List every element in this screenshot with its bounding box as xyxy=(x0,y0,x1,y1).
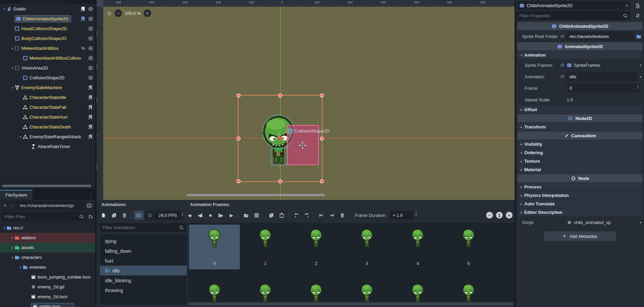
nav-forward-icon[interactable]: › xyxy=(9,202,16,209)
frame-cell-row2-5[interactable] xyxy=(443,280,494,302)
value-spinner[interactable]: ▴▾ xyxy=(415,213,417,218)
split-view-icon[interactable] xyxy=(85,201,93,209)
frame-cell-row2-4[interactable] xyxy=(392,280,443,302)
collapse-icon[interactable]: ▾ xyxy=(18,135,23,139)
play-backwards-from-end-button[interactable]: ◀ xyxy=(195,211,205,220)
property-value[interactable]: 0▴▾ xyxy=(567,84,643,93)
eye-icon[interactable] xyxy=(88,75,93,80)
section-editor-description[interactable]: ▸Editor Description xyxy=(518,208,642,216)
zoom-in-button[interactable]: + xyxy=(506,212,513,219)
property-value-box[interactable]: idle xyxy=(567,72,638,81)
dock-menu-icon[interactable]: ⋮ xyxy=(88,192,93,197)
expand-icon[interactable]: ▸ xyxy=(10,246,15,249)
collapse-icon[interactable]: ▾ xyxy=(18,266,23,269)
scene-tree-item-characterstatedeath[interactable]: CharacterStateDeath xyxy=(0,122,95,132)
animation-item-idle_blinking[interactable]: idle_blinking xyxy=(100,275,187,285)
frame-cell-row2-2[interactable] xyxy=(291,280,341,302)
animation-item-idle[interactable]: idle xyxy=(100,266,187,275)
eye-icon[interactable] xyxy=(88,6,93,12)
play-from-start-button[interactable]: ▶ xyxy=(216,211,226,220)
scene-tree-item-meleeattackhitbox[interactable]: ▾MeleeAttackHitBox% xyxy=(0,43,95,53)
zoom-in-button[interactable]: + xyxy=(144,9,151,17)
script-gray-icon[interactable] xyxy=(88,95,93,100)
insert-frame-before-button[interactable] xyxy=(291,211,301,220)
collapse-icon[interactable]: ▾ xyxy=(2,7,6,11)
property-value[interactable]: ⚙chibi_animated_sp▾ xyxy=(567,220,643,225)
selection-handle[interactable] xyxy=(236,179,241,183)
filter-files-input[interactable]: Filter Files xyxy=(2,212,87,221)
section-texture[interactable]: ▸Texture xyxy=(518,157,642,165)
value-spinner[interactable]: ▴▾ xyxy=(182,213,183,218)
folder-button[interactable] xyxy=(636,34,641,39)
sort-icon[interactable] xyxy=(88,214,93,219)
frames-hscrollbar-handle[interactable] xyxy=(189,303,513,305)
scene-filter-input-partial[interactable] xyxy=(22,1,65,3)
script-gray-icon[interactable] xyxy=(88,85,93,90)
section-visibility[interactable]: ▸Visibility xyxy=(518,140,642,148)
fps-field[interactable]: 24.0 FPS xyxy=(155,211,180,220)
load-frames-button[interactable] xyxy=(241,211,251,220)
filesystem-item-assets[interactable]: ▸assets xyxy=(0,243,95,252)
section-material[interactable]: ▸Material xyxy=(518,166,642,173)
zoom-reset-button[interactable]: 1 xyxy=(496,212,503,219)
filesystem-item-goblin-tscn[interactable]: goblin.tscn xyxy=(0,302,95,307)
frame-cell-row1-4[interactable]: 4 xyxy=(392,225,443,269)
selection-handle[interactable] xyxy=(278,179,282,183)
collapse-icon[interactable]: ▾ xyxy=(10,66,15,70)
scene-tree-item-attackratetimer[interactable]: AttackRateTimer xyxy=(0,142,95,151)
frame-cell-row1-0[interactable]: 0 xyxy=(189,225,240,269)
canvas[interactable]: CollisionShape2D − 100.0 % + xyxy=(103,7,515,200)
value-spinner[interactable]: ▴▾ xyxy=(637,86,639,90)
zoom-out-button[interactable]: − xyxy=(115,9,122,17)
property-value-box[interactable]: 0▴▾ xyxy=(567,84,641,93)
property-value-box[interactable]: res://assets/textures xyxy=(567,32,634,41)
revert-icon[interactable]: ↺ xyxy=(560,74,564,79)
scene-tree-item-characterstatehurt[interactable]: CharacterStateHurt xyxy=(0,112,95,122)
filter-properties-input[interactable]: Filter Properties xyxy=(517,11,630,20)
filter-animations-input[interactable]: Filter Animations xyxy=(100,223,187,232)
animation-item-falling_down[interactable]: falling_down xyxy=(100,246,187,256)
filesystem-item-characters[interactable]: ▾characters xyxy=(0,252,95,262)
path-bar[interactable]: res://characters/enemies/go xyxy=(17,201,84,209)
eye-icon[interactable] xyxy=(88,16,93,21)
frame-cell-row1-1[interactable]: 1 xyxy=(240,225,291,269)
chevron-down-icon[interactable]: ▾ xyxy=(640,221,641,224)
zoom-out-button[interactable]: − xyxy=(486,212,493,219)
filesystem-item-enemy-2d-tscn[interactable]: enemy_2d.tscn xyxy=(0,292,95,302)
animation-item-dying[interactable]: dying xyxy=(100,236,187,246)
add-frames-from-sheet-button[interactable] xyxy=(252,211,261,220)
script-gray-icon[interactable] xyxy=(88,124,93,129)
filesystem-item-addons[interactable]: ▸addons xyxy=(0,233,95,243)
script-blue-icon[interactable] xyxy=(81,16,86,21)
frame-cell-row2-0[interactable] xyxy=(189,280,240,302)
new-animation-button[interactable] xyxy=(99,211,108,220)
script-gray-icon[interactable] xyxy=(88,105,93,110)
insert-frame-after-button[interactable] xyxy=(302,211,311,220)
play-button[interactable]: ▶ xyxy=(227,211,236,220)
center-view-icon[interactable] xyxy=(107,11,112,16)
selection-handle[interactable] xyxy=(236,137,241,141)
script-gray-icon[interactable] xyxy=(88,115,93,120)
scene-tree-item-visionarea2d[interactable]: ▾VisionArea2D xyxy=(0,63,95,73)
scene-tree-item-enemystaterangedattack[interactable]: ▾EnemyStateRangedAttack xyxy=(0,132,95,142)
frame-duration-field[interactable]: × 1.0 xyxy=(390,211,413,220)
property-value[interactable]: SpriteFrames▾ xyxy=(567,63,643,68)
collapse-icon[interactable]: ▾ xyxy=(10,256,15,259)
eye-icon[interactable] xyxy=(88,56,93,61)
section-process[interactable]: ▸Process xyxy=(518,183,642,191)
section-animation[interactable]: ▾Animation xyxy=(518,51,642,59)
autoplay-on-start-button[interactable] xyxy=(134,211,144,220)
animation-item-throwing[interactable]: throwing xyxy=(100,285,187,295)
selection-handle[interactable] xyxy=(320,179,324,183)
paste-frames-button[interactable] xyxy=(277,211,286,220)
frames-hscrollbar[interactable] xyxy=(188,302,515,306)
eye-icon[interactable] xyxy=(88,65,93,70)
filesystem-item-enemies[interactable]: ▾enemies xyxy=(0,262,95,272)
section-ordering[interactable]: ▸Ordering xyxy=(518,149,642,157)
loop-toggle-button[interactable]: ↻ xyxy=(145,211,155,220)
selection-handle[interactable] xyxy=(236,94,241,98)
scene-tree-item-bodycollisionshape2d[interactable]: BodyCollisionShape2D xyxy=(0,34,95,43)
filesystem-item-boss-jumping-zombie-tscn[interactable]: boss_jumping_zombie.tscn xyxy=(0,272,95,282)
open-docs-button[interactable]: DOC xyxy=(632,1,643,10)
stop-button[interactable]: ■ xyxy=(206,211,215,220)
